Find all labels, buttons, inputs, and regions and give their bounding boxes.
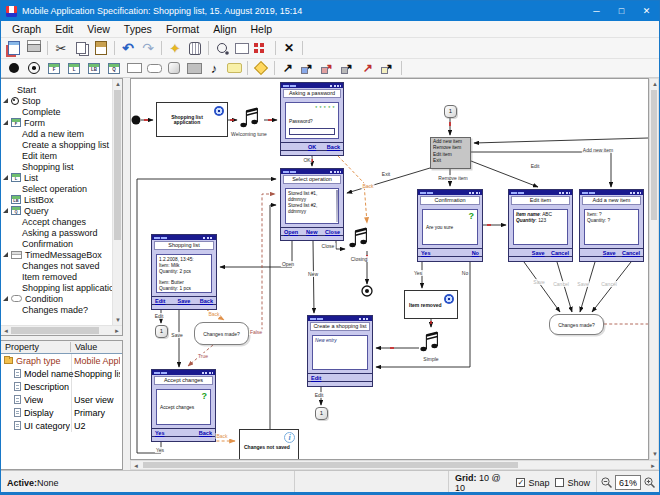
from-role-tool[interactable] xyxy=(298,60,318,76)
scroll-left-icon[interactable]: ◄ xyxy=(1,326,11,336)
condition-flow-tool[interactable] xyxy=(318,60,338,76)
maximize-button[interactable]: □ xyxy=(609,1,634,21)
menu-help[interactable]: Help xyxy=(244,23,280,35)
minimize-button[interactable]: ─ xyxy=(584,1,609,21)
tune-tool[interactable] xyxy=(204,60,224,76)
zoom-out-icon[interactable] xyxy=(600,476,613,489)
scroll-down-icon[interactable]: ▼ xyxy=(650,449,660,459)
property-row-model-name[interactable]: Model nameShopping list xyxy=(1,367,122,380)
show-checkbox[interactable]: Show xyxy=(555,478,590,488)
simple-tune-note-icon[interactable] xyxy=(420,333,437,351)
pan-icon[interactable] xyxy=(185,40,205,56)
menu-edit[interactable]: Edit xyxy=(48,23,80,35)
tree-item-complete[interactable]: Complete xyxy=(1,106,112,117)
property-row-view[interactable]: ViewUser view xyxy=(1,393,122,406)
tree-item-query[interactable]: Query xyxy=(1,205,112,216)
copy-icon[interactable] xyxy=(71,40,91,56)
node-accept-changes[interactable]: Accept changes ? Accept changes Yes Back xyxy=(151,369,216,442)
menu-view[interactable]: View xyxy=(80,23,117,35)
property-row-display[interactable]: DisplayPrimary xyxy=(1,406,122,419)
node-changes-not-saved[interactable]: Changes not saved xyxy=(239,429,299,460)
zoom-icon[interactable] xyxy=(212,40,232,56)
tree-expander-icon[interactable] xyxy=(3,98,8,103)
tree-item-asking-a-password[interactable]: Asking a password xyxy=(1,227,112,238)
close-button[interactable]: ✕ xyxy=(634,1,659,21)
back-flow-tool[interactable] xyxy=(358,60,378,76)
print-icon[interactable] xyxy=(24,40,44,56)
node-asking-a-password[interactable]: Asking a password * * * * * Password? OK… xyxy=(280,82,344,156)
snap-checkbox[interactable]: Snap xyxy=(516,478,549,488)
delete-icon[interactable] xyxy=(279,40,299,56)
connector-1-b[interactable]: 1 xyxy=(315,407,328,420)
tree-item-timedmessagebox[interactable]: TimedMessageBox xyxy=(1,249,112,260)
to-role-tool[interactable] xyxy=(338,60,358,76)
closing-tune-note-icon[interactable] xyxy=(349,229,366,247)
node-shopping-list-application[interactable]: Shopping list application xyxy=(156,102,228,137)
property-column-header[interactable]: Property xyxy=(1,342,71,352)
tree-item-form[interactable]: Form xyxy=(1,117,112,128)
menu-format[interactable]: Format xyxy=(159,23,206,35)
form-tool[interactable] xyxy=(48,63,60,74)
stop-tool[interactable] xyxy=(24,60,44,76)
tree-item-changes-not-saved[interactable]: Changes not saved xyxy=(1,260,112,271)
value-column-header[interactable]: Value xyxy=(71,342,97,352)
tree-item-condition[interactable]: Condition xyxy=(1,293,112,304)
grid-point-icon[interactable] xyxy=(165,40,185,56)
node-condition-changes-made-1[interactable]: Changes made? xyxy=(194,322,249,345)
tile-windows-icon[interactable] xyxy=(252,40,272,56)
undo-icon[interactable] xyxy=(118,40,138,56)
start-tool[interactable] xyxy=(4,60,24,76)
connector-tool[interactable] xyxy=(164,60,184,76)
tree-item-list[interactable]: List xyxy=(1,172,112,183)
zoom-in-icon[interactable] xyxy=(643,476,656,489)
show-checkbox-box[interactable] xyxy=(555,478,564,487)
label-tool[interactable] xyxy=(224,60,244,76)
scroll-right-icon[interactable]: ► xyxy=(648,461,658,471)
connector-1-c[interactable]: 1 xyxy=(444,105,457,118)
tree-item-start[interactable]: Start xyxy=(1,84,112,95)
tree-item-changes-made-[interactable]: Changes made? xyxy=(1,304,112,315)
tree-expander-icon[interactable] xyxy=(3,296,8,301)
label-role-tool[interactable] xyxy=(378,60,398,76)
node-add-a-new-item[interactable]: Add a new item Item: ? Quantity: ? Save … xyxy=(579,189,644,262)
diagram-canvas[interactable]: Shopping list application Item removed C… xyxy=(130,78,649,460)
tree-vertical-scrollbar[interactable]: ▲ ▼ xyxy=(112,79,122,325)
tree-expander-icon[interactable] xyxy=(3,120,8,125)
zoom-region-icon[interactable] xyxy=(232,40,252,56)
menu-align[interactable]: Align xyxy=(206,23,243,35)
connector-1-a[interactable]: 1 xyxy=(155,325,168,338)
tree-item-add-a-new-item[interactable]: Add a new item xyxy=(1,128,112,139)
menu-types[interactable]: Types xyxy=(117,23,159,35)
tree-item-item-removed[interactable]: Item removed xyxy=(1,271,112,282)
scroll-up-icon[interactable]: ▲ xyxy=(113,79,123,89)
property-row-graph-type[interactable]: Graph typeMobile Application Specificati… xyxy=(1,354,122,367)
canvas-horizontal-scrollbar[interactable]: ◄ ► xyxy=(130,460,659,470)
tree-expander-icon[interactable] xyxy=(3,208,8,213)
condition-tool[interactable] xyxy=(144,60,164,76)
listbox-tool[interactable] xyxy=(88,63,100,74)
canvas-vertical-scrollbar[interactable]: ▲ ▼ xyxy=(649,78,659,460)
timedmessagebox-tool[interactable] xyxy=(124,60,144,76)
tree-item-confirmation[interactable]: Confirmation xyxy=(1,238,112,249)
cut-icon[interactable] xyxy=(51,40,71,56)
tree-item-select-operation[interactable]: Select operation xyxy=(1,183,112,194)
redo-icon[interactable] xyxy=(138,40,158,56)
tree-expander-icon[interactable] xyxy=(3,175,8,180)
property-row-description[interactable]: Description xyxy=(1,380,122,393)
scroll-up-icon[interactable]: ▲ xyxy=(650,79,660,89)
decision-tool[interactable] xyxy=(251,60,271,76)
node-condition-changes-made-2[interactable]: Changes made? xyxy=(549,314,604,335)
scroll-down-icon[interactable]: ▼ xyxy=(113,315,123,325)
node-select-operation[interactable]: Select operation Stored list #1, ddmmyy … xyxy=(280,168,344,241)
paste-icon[interactable] xyxy=(91,40,111,56)
tree-item-accept-changes[interactable]: Accept changes xyxy=(1,216,112,227)
scroll-right-icon[interactable]: ► xyxy=(112,326,122,336)
tree-item-stop[interactable]: Stop xyxy=(1,95,112,106)
node-item-removed[interactable]: Item removed xyxy=(404,290,458,319)
node-main-menu-listbox[interactable]: Add new item Remove item Edit item Exit xyxy=(430,137,471,169)
tree-item-listbox[interactable]: ListBox xyxy=(1,194,112,205)
report-icon[interactable] xyxy=(4,40,24,56)
tree-item-create-a-shopping-list[interactable]: Create a shopping list xyxy=(1,139,112,150)
flow-tool[interactable] xyxy=(278,60,298,76)
tree-item-shopping-list[interactable]: Shopping list xyxy=(1,161,112,172)
